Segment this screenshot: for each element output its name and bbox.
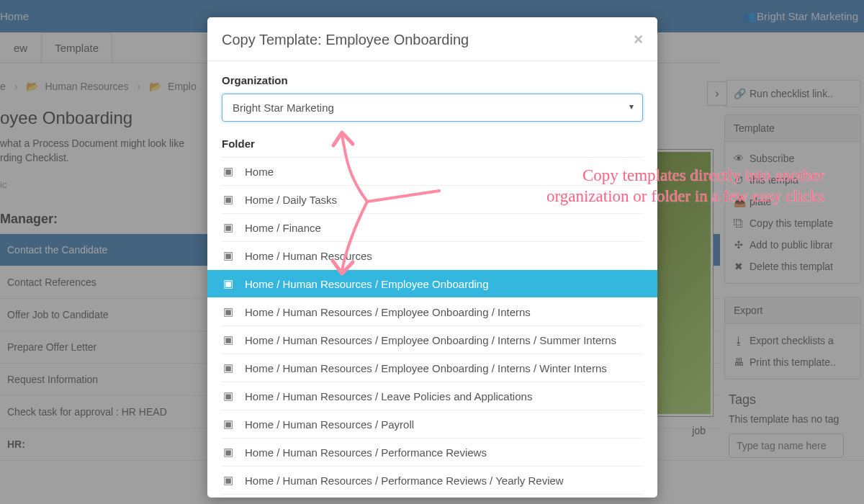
modal-title: Copy Template: Employee Onboarding xyxy=(222,32,469,48)
close-icon[interactable]: × xyxy=(634,30,643,49)
folder-item[interactable]: ▣Home / Human Resources / Performance Re… xyxy=(222,467,643,495)
organization-label: Organization xyxy=(222,74,643,86)
folder-item[interactable]: ▣Home / Human Resources / Performance Re… xyxy=(222,438,643,467)
folder-open-icon: ▣ xyxy=(223,446,236,459)
folder-open-icon: ▣ xyxy=(223,474,236,487)
folder-open-icon: ▣ xyxy=(223,277,236,290)
folder-open-icon: ▣ xyxy=(223,305,236,318)
folder-item[interactable]: ▣Home / Human Resources / Payroll xyxy=(222,410,643,438)
folder-item[interactable]: ▣Home / Human Resources xyxy=(222,242,643,270)
folder-open-icon: ▣ xyxy=(223,165,236,178)
folder-item[interactable]: ▣Home / Human Resources / Leave Policies… xyxy=(222,382,643,410)
folder-open-icon: ▣ xyxy=(223,361,236,374)
folder-item[interactable]: ▣Home / Human Resources / Employee Onboa… xyxy=(222,298,643,326)
folder-item[interactable]: ▣Home / Finance xyxy=(222,214,643,242)
folder-item[interactable]: ▣Home / Human Resources / Employee Onboa… xyxy=(222,354,643,382)
folder-open-icon: ▣ xyxy=(223,221,236,234)
organization-selected: Bright Star Marketing xyxy=(233,102,334,114)
organization-select[interactable]: Bright Star Marketing xyxy=(222,94,643,122)
folder-open-icon: ▣ xyxy=(223,333,236,346)
folder-item[interactable]: ▣Home / Daily Tasks xyxy=(222,186,643,214)
folder-item[interactable]: ▣Home xyxy=(222,158,643,186)
folder-item[interactable]: ▣Home / Human Resources / Employee Onboa… xyxy=(222,326,643,354)
folder-open-icon: ▣ xyxy=(223,390,236,402)
folder-open-icon: ▣ xyxy=(223,418,236,431)
folder-open-icon: ▣ xyxy=(223,193,236,206)
folder-list: ▣Home ▣Home / Daily Tasks ▣Home / Financ… xyxy=(222,157,643,495)
folder-label: Folder xyxy=(222,138,643,150)
folder-open-icon: ▣ xyxy=(223,249,236,262)
copy-template-modal: Copy Template: Employee Onboarding × Org… xyxy=(207,17,657,498)
folder-item-selected[interactable]: ▣Home / Human Resources / Employee Onboa… xyxy=(207,270,657,298)
